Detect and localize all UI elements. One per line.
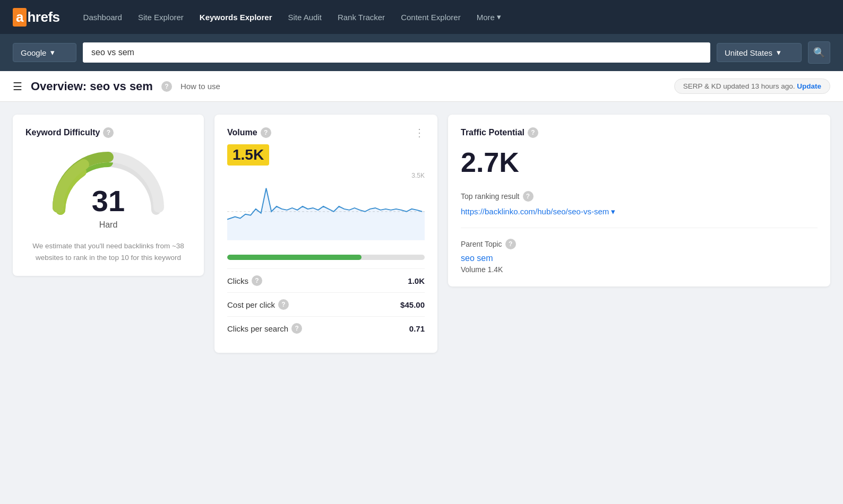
- logo-hrefs: hrefs: [27, 9, 59, 25]
- engine-chevron-icon: ▾: [50, 48, 55, 57]
- page-header: ☰ Overview: seo vs sem ? How to use SERP…: [0, 71, 843, 102]
- volume-header: Volume ? ⋮: [227, 127, 425, 138]
- hamburger-icon[interactable]: ☰: [13, 80, 22, 93]
- clicks-label-container: Clicks ?: [227, 275, 262, 286]
- parent-topic-volume-value: 1.4K: [488, 265, 503, 274]
- traffic-card: Traffic Potential ? 2.7K Top ranking res…: [448, 115, 830, 286]
- parent-topic-help-icon[interactable]: ?: [505, 239, 516, 249]
- volume-value: 1.5K: [227, 144, 269, 166]
- top-nav: a hrefs Dashboard Site Explorer Keywords…: [0, 0, 843, 34]
- traffic-card-title: Traffic Potential ?: [461, 127, 818, 138]
- update-notice-text: SERP & KD updated 13 hours ago.: [683, 82, 795, 90]
- cps-value: 0.71: [409, 324, 425, 333]
- kd-card-title: Keyword Difficulty ?: [25, 127, 191, 138]
- traffic-value: 2.7K: [461, 146, 818, 178]
- nav-item-site-audit[interactable]: Site Audit: [282, 8, 328, 26]
- top-ranking-url-text: https://backlinko.com/hub/seo/seo-vs-sem: [461, 207, 609, 216]
- volume-menu-icon[interactable]: ⋮: [414, 127, 425, 138]
- cps-help-icon[interactable]: ?: [291, 323, 302, 334]
- more-label: More: [477, 13, 495, 22]
- cpc-row: Cost per click ? $45.00: [227, 292, 425, 316]
- parent-topic-volume: Volume 1.4K: [461, 265, 818, 274]
- how-to-use-link[interactable]: How to use: [180, 82, 220, 91]
- kd-card: Keyword Difficulty ?: [13, 115, 204, 276]
- parent-topic-volume-label: Volume: [461, 265, 486, 274]
- cps-label: Clicks per search: [227, 324, 288, 333]
- clicks-label: Clicks: [227, 276, 248, 285]
- country-chevron-icon: ▾: [777, 48, 781, 57]
- search-bar: Google ▾ United States ▾ 🔍: [0, 34, 843, 71]
- traffic-title-text: Traffic Potential: [461, 128, 524, 137]
- cpc-label-container: Cost per click ?: [227, 299, 289, 310]
- clicks-bar-track: [227, 255, 425, 260]
- volume-title-text: Volume: [227, 128, 257, 137]
- cps-label-container: Clicks per search ?: [227, 323, 302, 334]
- engine-select[interactable]: Google ▾: [13, 43, 76, 62]
- kd-help-icon[interactable]: ?: [103, 127, 114, 138]
- country-select[interactable]: United States ▾: [717, 43, 802, 62]
- volume-card-title: Volume ?: [227, 127, 271, 138]
- update-notice: SERP & KD updated 13 hours ago. Update: [674, 79, 830, 94]
- volume-help-icon[interactable]: ?: [261, 127, 271, 138]
- cpc-value: $45.00: [400, 300, 425, 309]
- more-chevron-icon: ▾: [497, 12, 501, 22]
- page-title: Overview: seo vs sem: [31, 80, 153, 93]
- top-ranking-help-icon[interactable]: ?: [523, 191, 534, 202]
- search-icon: 🔍: [813, 47, 825, 58]
- url-chevron-icon: ▾: [611, 207, 615, 216]
- volume-card: Volume ? ⋮ 1.5K 3.5K Clicks: [214, 115, 437, 353]
- cpc-label: Cost per click: [227, 300, 275, 309]
- parent-topic-section-title: Parent Topic ?: [461, 239, 818, 249]
- country-label: United States: [725, 48, 772, 57]
- top-ranking-url[interactable]: https://backlinko.com/hub/seo/seo-vs-sem…: [461, 206, 818, 217]
- clicks-bar-fill: [227, 255, 362, 260]
- cpc-help-icon[interactable]: ?: [278, 299, 289, 310]
- nav-items: Dashboard Site Explorer Keywords Explore…: [77, 8, 507, 26]
- volume-chart: [227, 172, 425, 241]
- logo[interactable]: a hrefs: [13, 8, 60, 27]
- clicks-help-icon[interactable]: ?: [252, 275, 262, 286]
- chart-area: 3.5K: [227, 172, 425, 246]
- cps-row: Clicks per search ? 0.71: [227, 316, 425, 340]
- gauge-container: 31 Hard: [25, 146, 191, 230]
- search-button[interactable]: 🔍: [808, 41, 830, 64]
- kd-label: Hard: [92, 220, 125, 230]
- nav-item-more[interactable]: More ▾: [470, 8, 507, 26]
- logo-a: a: [13, 8, 27, 27]
- clicks-row: Clicks ? 1.0K: [227, 268, 425, 292]
- nav-item-content-explorer[interactable]: Content Explorer: [394, 8, 467, 26]
- section-divider: [461, 228, 818, 228]
- chart-max-label: 3.5K: [411, 172, 425, 179]
- engine-label: Google: [21, 48, 46, 57]
- nav-item-rank-tracker[interactable]: Rank Tracker: [331, 8, 391, 26]
- clicks-bar: [227, 255, 425, 260]
- clicks-value: 1.0K: [408, 276, 425, 285]
- help-icon[interactable]: ?: [161, 81, 172, 92]
- kd-description: We estimate that you'll need backlinks f…: [25, 240, 191, 263]
- search-input-wrapper: [83, 42, 710, 63]
- kd-title-text: Keyword Difficulty: [25, 128, 100, 137]
- update-link[interactable]: Update: [797, 82, 821, 90]
- traffic-help-icon[interactable]: ?: [528, 127, 538, 138]
- parent-topic-value[interactable]: seo sem: [461, 254, 818, 263]
- top-ranking-section-title: Top ranking result ?: [461, 191, 818, 202]
- nav-item-dashboard[interactable]: Dashboard: [77, 8, 128, 26]
- kd-value: 31: [92, 184, 125, 218]
- nav-item-site-explorer[interactable]: Site Explorer: [132, 8, 190, 26]
- nav-item-keywords-explorer[interactable]: Keywords Explorer: [193, 8, 279, 26]
- top-ranking-label: Top ranking result: [461, 192, 520, 201]
- main-content: Keyword Difficulty ?: [0, 102, 843, 366]
- parent-topic-label: Parent Topic: [461, 240, 502, 248]
- search-input[interactable]: [83, 42, 710, 63]
